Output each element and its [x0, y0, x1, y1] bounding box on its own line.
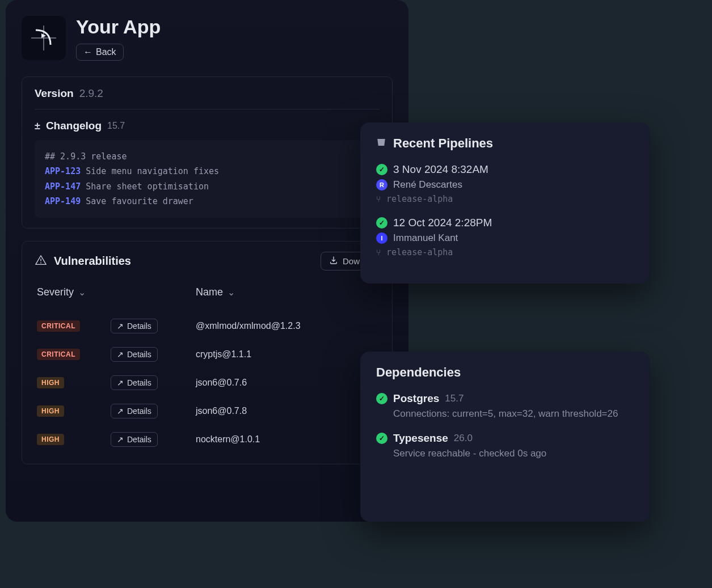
changelog-body: ## 2.9.3 release APP-123 Side menu navig…	[35, 140, 380, 218]
check-icon: ✓	[376, 433, 387, 444]
changelog-header: ± Changelog 15.7	[35, 120, 380, 132]
pipeline-user: Immanuel Kant	[393, 232, 458, 244]
pipeline-item[interactable]: ✓12 Oct 2024 2:28PM IImmanuel Kant ⑂rele…	[376, 217, 634, 257]
dependency-desc: Service reachable - checked 0s ago	[393, 447, 634, 460]
pipelines-card: Recent Pipelines ✓3 Nov 2024 8:32AM RRen…	[360, 122, 650, 284]
diff-icon: ±	[35, 120, 40, 132]
vuln-table-header: Severity ⌄ Name ⌄	[35, 286, 380, 298]
vuln-name: @xmlmod/xmlmod@1.2.3	[196, 321, 377, 331]
app-logo-icon	[22, 16, 66, 60]
app-header: Your App ← Back	[22, 16, 393, 61]
app-title: Your App	[76, 16, 161, 38]
external-link-icon: ↗	[117, 435, 124, 444]
dependency-name: Postgres	[393, 392, 439, 405]
dependencies-card: Dependencies ✓ Postgres 15.7 Connections…	[360, 352, 650, 522]
vuln-name: cryptjs@1.1.1	[196, 349, 377, 359]
dependencies-title: Dependencies	[376, 365, 461, 380]
severity-badge: HIGH	[37, 377, 64, 388]
branch-icon: ⑂	[376, 248, 381, 257]
pipelines-title: Recent Pipelines	[393, 136, 493, 151]
details-button[interactable]: ↗Details	[111, 432, 158, 447]
warning-icon	[35, 254, 47, 269]
vuln-name: json6@0.7.8	[196, 406, 377, 416]
details-button[interactable]: ↗Details	[111, 375, 158, 390]
chevron-down-icon: ⌄	[78, 287, 86, 298]
changelog-entry: APP-123 Side menu navigation fixes	[45, 164, 369, 179]
dependency-name: Typesense	[393, 432, 448, 445]
severity-badge: CRITICAL	[37, 320, 80, 332]
version-value: 2.9.2	[79, 87, 103, 100]
vuln-name: json6@0.7.6	[196, 378, 377, 388]
branch-icon: ⑂	[376, 194, 381, 204]
severity-badge: HIGH	[37, 405, 64, 417]
external-link-icon: ↗	[117, 407, 124, 416]
table-row: CRITICAL ↗Details @xmlmod/xmlmod@1.2.3	[35, 312, 380, 340]
vulnerabilities-section: Vulnerabilities Downlo Severity ⌄ Name ⌄…	[22, 241, 393, 464]
svg-point-4	[40, 262, 41, 263]
avatar: R	[376, 179, 387, 191]
dependency-item[interactable]: ✓ Typesense 26.0 Service reachable - che…	[376, 432, 634, 460]
avatar: I	[376, 232, 387, 244]
pipeline-branch: release-alpha	[386, 194, 453, 204]
dependency-version: 26.0	[454, 433, 473, 444]
download-icon	[329, 256, 338, 266]
chevron-down-icon: ⌄	[227, 287, 235, 298]
severity-badge: HIGH	[37, 434, 64, 445]
table-row: HIGH ↗Details json6@0.7.8	[35, 397, 380, 425]
main-panel: Your App ← Back Version 2.9.2 ± Changelo…	[6, 0, 408, 522]
changelog-entry: APP-149 Save favourite drawer	[45, 194, 369, 209]
pipeline-date: 12 Oct 2024 2:28PM	[393, 217, 492, 229]
external-link-icon: ↗	[117, 378, 124, 387]
check-icon: ✓	[376, 217, 387, 229]
changelog-badge: 15.7	[107, 121, 125, 131]
changelog-entry: APP-147 Share sheet optimisation	[45, 179, 369, 194]
check-icon: ✓	[376, 393, 387, 404]
version-section: Version 2.9.2 ± Changelog 15.7 ## 2.9.3 …	[22, 77, 393, 229]
details-button[interactable]: ↗Details	[111, 347, 158, 362]
details-button[interactable]: ↗Details	[111, 404, 158, 418]
back-button[interactable]: ← Back	[76, 44, 124, 61]
changelog-heading: ## 2.9.3 release	[45, 149, 369, 164]
version-label: Version	[35, 87, 74, 100]
col-name-header[interactable]: Name ⌄	[196, 286, 377, 298]
back-arrow-icon: ←	[83, 47, 92, 57]
pipeline-item[interactable]: ✓3 Nov 2024 8:32AM RRené Descartes ⑂rele…	[376, 163, 634, 204]
table-row: CRITICAL ↗Details cryptjs@1.1.1	[35, 340, 380, 369]
dependency-version: 15.7	[445, 393, 464, 404]
bucket-icon	[376, 137, 386, 150]
vulnerabilities-title: Vulnerabilities	[54, 255, 131, 268]
details-button[interactable]: ↗Details	[111, 319, 158, 333]
back-label: Back	[96, 47, 116, 57]
vuln-name: nocktern@1.0.1	[196, 434, 377, 445]
check-icon: ✓	[376, 164, 387, 175]
dependency-desc: Connections: current=5, max=32, warn thr…	[393, 407, 634, 421]
changelog-title: Changelog	[46, 120, 102, 132]
table-row: HIGH ↗Details json6@0.7.6	[35, 369, 380, 397]
pipeline-user: René Descartes	[393, 179, 462, 191]
external-link-icon: ↗	[117, 350, 124, 359]
pipeline-branch: release-alpha	[386, 247, 453, 257]
table-row: HIGH ↗Details nocktern@1.0.1	[35, 425, 380, 454]
pipeline-date: 3 Nov 2024 8:32AM	[393, 163, 488, 176]
dependency-item[interactable]: ✓ Postgres 15.7 Connections: current=5, …	[376, 392, 634, 421]
col-severity-header[interactable]: Severity ⌄	[37, 286, 196, 298]
external-link-icon: ↗	[117, 322, 124, 331]
severity-badge: CRITICAL	[37, 349, 80, 360]
